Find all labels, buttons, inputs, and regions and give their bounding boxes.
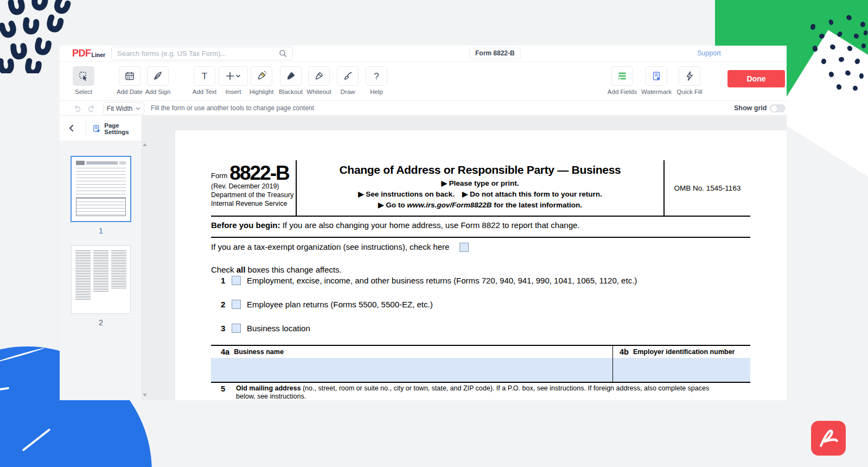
fields-4-table: 4a Business name 4b Employer identificat…: [211, 345, 750, 383]
tax-exempt-checkbox[interactable]: [459, 243, 469, 252]
before-you-begin-text: If you are also changing your home addre…: [280, 220, 580, 230]
item-number: 2: [221, 300, 232, 309]
add-sign-button[interactable]: Add Sign: [139, 66, 177, 95]
add-sign-label: Add Sign: [145, 89, 171, 95]
question-mark-icon: ?: [374, 72, 379, 81]
before-you-begin-line: Before you begin: If you are also changi…: [211, 220, 750, 230]
item-5-line: 5 Old mailing address (no., street, room…: [211, 384, 750, 400]
whiteout-brush-icon: [314, 71, 324, 81]
omb-number: OMB No. 1545-1163: [665, 160, 750, 216]
watermark-button[interactable]: Watermark: [637, 66, 675, 95]
panel-scroll-up-arrow[interactable]: [143, 143, 147, 146]
select-tool-label: Select: [75, 89, 92, 95]
ein-input[interactable]: [613, 358, 750, 382]
quill-pen-icon: [152, 71, 163, 81]
add-text-label: Add Text: [193, 89, 217, 95]
panel-header: Page Settings: [60, 116, 142, 141]
form-url: www.irs.gov/Form8822B: [407, 201, 492, 209]
help-button[interactable]: ? Help: [358, 66, 395, 95]
form-name-badge: Form 8822-B: [469, 48, 521, 59]
form-id-block: Form 8822-B (Rev. December 2019) Departm…: [211, 160, 296, 216]
field-4a-cell: 4a Business name: [211, 346, 613, 382]
subtitle-2a: ▶ See instructions on back.: [358, 190, 455, 198]
navy-dots-pattern: [803, 11, 868, 98]
toggle-knob: [771, 105, 777, 112]
item-3-checkbox[interactable]: [232, 324, 241, 333]
lightning-icon: [684, 71, 695, 81]
panel-scroll-down-arrow[interactable]: [143, 394, 147, 396]
show-grid-label: Show grid: [734, 104, 767, 112]
tax-exempt-text: If you are a tax-exempt organization (se…: [211, 242, 449, 251]
field-4b-label: Employer identification number: [633, 348, 735, 356]
zoom-mode-dropdown[interactable]: Fit Width: [103, 102, 144, 115]
form-subtitle-3: ▶ Go to www.irs.gov/Form8822B for the la…: [301, 200, 659, 209]
field-4b-cell: 4b Employer identification number: [613, 346, 750, 382]
check-item-2: 2 Employee plan returns (Forms 5500, 550…: [211, 300, 433, 309]
page-settings-icon: [92, 124, 101, 134]
check-all-line: Check all boxes this change affects.: [211, 265, 750, 274]
fields-list-icon: [617, 71, 628, 81]
blackout-brush-icon: [285, 71, 296, 81]
quick-fill-button[interactable]: Quick Fill: [671, 66, 709, 95]
item-2-checkbox[interactable]: [232, 300, 241, 309]
draw-label: Draw: [341, 89, 355, 95]
check-all-post: boxes this change affects.: [245, 265, 341, 274]
app-header: PDF Liner Form 8822-B Support: [60, 46, 787, 62]
done-button[interactable]: Done: [727, 70, 785, 87]
add-fields-label: Add Fields: [608, 89, 637, 95]
select-tool-button[interactable]: Select: [65, 66, 103, 95]
show-grid-toggle[interactable]: [770, 104, 786, 112]
item-3-text: Business location: [247, 324, 310, 333]
document-canvas: Form 8822-B (Rev. December 2019) Departm…: [142, 116, 787, 400]
undo-icon: [73, 104, 82, 113]
check-item-3: 3 Business location: [211, 324, 310, 333]
help-label: Help: [370, 89, 383, 95]
field-4a-label: Business name: [234, 348, 284, 356]
highlight-label: Highlight: [250, 89, 274, 95]
item-5-text: (no., street, room or suite no., city or…: [236, 384, 709, 400]
highlighter-icon: [256, 71, 267, 81]
pages-side-panel: Page Settings 1 2: [60, 116, 142, 400]
item-1-checkbox[interactable]: [232, 276, 241, 285]
support-link[interactable]: Support: [697, 49, 721, 57]
calendar-icon: [124, 71, 135, 81]
item-2-text: Employee plan returns (Forms 5500, 5500-…: [247, 300, 433, 309]
form-title: Change of Address or Responsible Party —…: [301, 163, 659, 176]
redo-icon: [87, 104, 96, 113]
horizontal-rule: [211, 237, 750, 238]
pdf-logo-icon: [811, 421, 846, 456]
panel-divider: [86, 121, 86, 136]
form-dept-1: Department of the Treasury: [211, 191, 296, 199]
insert-label: Insert: [226, 89, 241, 95]
add-fields-button[interactable]: Add Fields: [603, 66, 641, 95]
zoom-mode-value: Fit Width: [107, 105, 132, 112]
search-input[interactable]: [117, 49, 279, 58]
chevron-down-icon: [237, 75, 240, 77]
chevron-left-icon[interactable]: [67, 123, 76, 133]
page-number-2: 2: [71, 318, 131, 327]
page-thumbnail-1[interactable]: [71, 156, 131, 222]
editor-hint-text: Fill the form or use another tools to ch…: [151, 104, 314, 112]
page-thumbnail-2[interactable]: [71, 245, 131, 314]
item-5-number: 5: [221, 384, 236, 400]
subtitle-3-prefix: ▶ Go to: [378, 201, 407, 209]
item-1-text: Employment, excise, income, and other bu…: [247, 276, 637, 285]
tax-exempt-line: If you are a tax-exempt organization (se…: [211, 242, 750, 252]
logo-liner-text: Liner: [92, 51, 106, 59]
content-area: Page Settings 1 2: [60, 116, 787, 400]
search-box[interactable]: [111, 47, 293, 60]
search-icon[interactable]: [279, 49, 287, 58]
undo-button[interactable]: [71, 103, 84, 114]
business-name-input[interactable]: [211, 358, 612, 382]
form-header-block: Form 8822-B (Rev. December 2019) Departm…: [211, 160, 750, 217]
check-all-pre: Check: [211, 265, 237, 274]
form-word: Form: [211, 172, 227, 182]
field-4b-number: 4b: [620, 348, 629, 356]
page-settings-button[interactable]: Page Settings: [92, 122, 142, 135]
pdfliner-logo[interactable]: PDF Liner: [72, 48, 105, 59]
document-page: Form 8822-B (Rev. December 2019) Departm…: [175, 130, 787, 400]
redo-button[interactable]: [85, 103, 98, 114]
item-number: 1: [221, 276, 232, 285]
text-tool-icon: T: [202, 72, 207, 81]
logo-pdf-text: PDF: [72, 48, 91, 59]
